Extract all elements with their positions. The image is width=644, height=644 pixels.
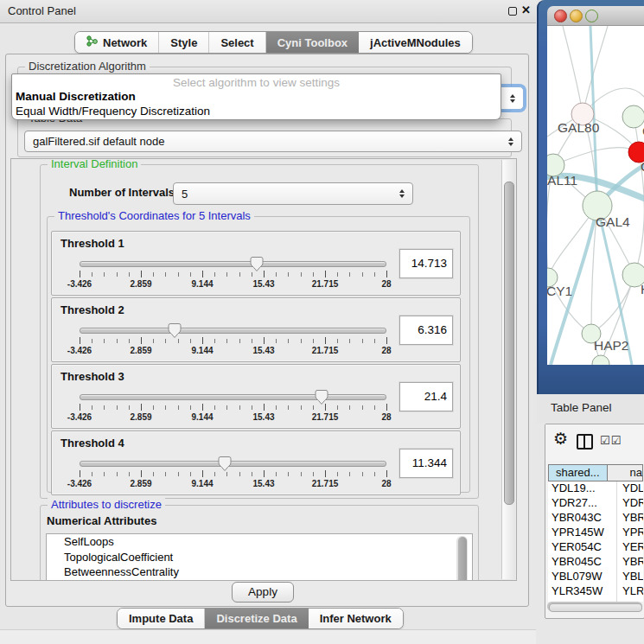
network-node-GA[interactable] xyxy=(622,105,644,128)
gear-icon[interactable]: ⚙ xyxy=(553,430,568,447)
network-node-partial[interactable] xyxy=(592,355,609,365)
table-row[interactable]: YLR345W YLR3 xyxy=(548,584,643,599)
tick-label: 9.144 xyxy=(191,346,213,355)
node-label-GCY1: GCY1 xyxy=(547,284,572,298)
scrollbar-thumb[interactable] xyxy=(549,603,642,612)
table-horizontal-scrollbar[interactable] xyxy=(547,602,642,611)
settings-scroll-area: Interval Definition Number of Intervals … xyxy=(10,158,517,581)
cell-name: YER0 xyxy=(617,540,643,555)
settings-vertical-scrollbar[interactable] xyxy=(501,160,515,579)
table-row[interactable]: YER054C YER0 xyxy=(548,540,643,555)
close-icon[interactable]: ✕ xyxy=(521,3,531,16)
tab-impute-data[interactable]: Impute Data xyxy=(118,609,205,628)
cell-shared-name: YDR27... xyxy=(548,496,617,511)
tick-label: 28 xyxy=(381,346,391,355)
tick-label: 28 xyxy=(381,479,391,488)
control-panel-titlebar: Control Panel ✕ xyxy=(0,0,536,23)
slider-track[interactable] xyxy=(80,461,386,467)
popup-item-manual-discretization[interactable]: Manual Discretization xyxy=(16,90,136,103)
popup-item-equal-width-frequency[interactable]: Equal Width/Frequency Discretization xyxy=(16,105,210,118)
attributes-title: Attributes to discretize xyxy=(48,498,165,511)
tab-discretize-data[interactable]: Discretize Data xyxy=(205,609,308,628)
network-canvas[interactable]: GAL80GACGAL11GAL4GCY1HHAP2 xyxy=(547,26,644,365)
tab-jactivemnodules[interactable]: jActiveMNodules xyxy=(359,32,472,53)
attribute-list-item[interactable]: BetweennessCentrality xyxy=(47,564,472,580)
slider-track[interactable] xyxy=(80,328,386,334)
node-label-GAL11: GAL11 xyxy=(547,173,577,188)
column-header-name[interactable]: na xyxy=(608,464,643,481)
threshold-label: Threshold 2 xyxy=(61,303,124,316)
cell-shared-name: YLR345W xyxy=(548,584,617,599)
table-row[interactable]: YDL19... YDL1 xyxy=(548,481,643,496)
node-table[interactable]: shared... na YDL19... YDL1 YDR27... YDR2… xyxy=(548,464,643,602)
tab-cyni-toolbox[interactable]: Cyni Toolbox xyxy=(266,32,359,53)
tick-label: -3.426 xyxy=(67,479,92,488)
slider-track[interactable] xyxy=(80,261,386,267)
table-data-combobox[interactable]: galFiltered.sif default node xyxy=(24,131,522,152)
close-traffic-light-icon[interactable] xyxy=(554,10,567,22)
cell-shared-name: YDL19... xyxy=(548,481,617,496)
network-window-titlebar[interactable] xyxy=(547,6,644,26)
threshold-slider[interactable]: -3.4262.8599.14415.4321.71528 xyxy=(80,328,386,357)
threshold-value-field[interactable]: 6.316 xyxy=(399,316,453,345)
network-window-frame: GAL80GACGAL11GAL4GCY1HHAP2 xyxy=(537,0,644,394)
attribute-list-item[interactable]: TopologicalCoefficient xyxy=(47,550,472,565)
threshold-slider[interactable]: -3.4262.8599.14415.4321.71528 xyxy=(80,394,386,424)
tab-network[interactable]: Network xyxy=(75,32,159,53)
checkbox-icons[interactable]: ☑☑ xyxy=(600,434,622,447)
attributes-scrollbar[interactable] xyxy=(456,536,468,581)
interval-definition-title: Interval Definition xyxy=(48,158,141,170)
tab-infer-network[interactable]: Infer Network xyxy=(309,609,403,628)
cell-name: YDR2 xyxy=(617,496,643,511)
attribute-list-item[interactable]: SelfLoops xyxy=(47,534,472,550)
threshold-slider[interactable]: -3.4262.8599.14415.4321.71528 xyxy=(80,461,386,490)
slider-track[interactable] xyxy=(80,394,386,400)
table-row[interactable]: YPR145W YPR1 xyxy=(548,526,643,540)
network-edge[interactable] xyxy=(583,26,608,114)
table-row[interactable]: YDR27... YDR2 xyxy=(548,496,643,511)
tick-label: 21.715 xyxy=(312,346,339,355)
threshold-label: Threshold 3 xyxy=(61,370,124,383)
bottom-tab-bar: Impute Data Discretize Data Infer Networ… xyxy=(117,608,404,629)
minimize-traffic-light-icon[interactable] xyxy=(570,10,583,22)
combo-arrows-icon xyxy=(399,189,405,198)
table-panel: ⚙ ☑☑ shared... na YDL19... YDL1 YDR27...… xyxy=(545,424,644,619)
number-of-intervals-combobox[interactable]: 5 xyxy=(173,182,413,205)
tick-label: 21.715 xyxy=(312,279,339,289)
threshold-value-field[interactable]: 14.713 xyxy=(399,249,453,278)
cell-shared-name: YER054C xyxy=(548,540,617,555)
zoom-traffic-light-icon[interactable] xyxy=(585,10,598,22)
columns-icon[interactable] xyxy=(577,434,593,450)
tab-select[interactable]: Select xyxy=(209,32,265,53)
table-header-row: shared... na xyxy=(548,464,643,481)
apply-button[interactable]: Apply xyxy=(232,582,294,603)
cyni-toolbox-panel: Discretization Algorithm Select algorith… xyxy=(5,54,529,607)
table-row[interactable]: YBR045C YBR0 xyxy=(548,555,643,570)
attributes-group: Attributes to discretize Numerical Attri… xyxy=(40,505,479,581)
threshold-value-field[interactable]: 11.344 xyxy=(399,449,453,478)
table-row[interactable]: YBL079W YBL0 xyxy=(548,570,643,584)
float-window-icon[interactable] xyxy=(508,7,517,16)
scrollbar-thumb[interactable] xyxy=(504,182,514,505)
slider-ticks xyxy=(80,404,386,411)
threshold-panel-4: Threshold 4 -3.4262.8599.14415.4321.7152… xyxy=(51,430,461,495)
table-row[interactable]: YBR043C YBR0 xyxy=(548,511,643,526)
column-header-shared[interactable]: shared... xyxy=(548,464,608,481)
network-edge[interactable] xyxy=(563,26,583,114)
threshold-list: Threshold 1 -3.4262.8599.14415.4321.7152… xyxy=(51,231,461,497)
tab-network-label: Network xyxy=(103,36,147,49)
cell-name: YPR1 xyxy=(617,526,643,540)
threshold-value-field[interactable]: 21.4 xyxy=(399,382,453,411)
tab-style[interactable]: Style xyxy=(159,32,209,53)
tab-cyni-toolbox-label: Cyni Toolbox xyxy=(277,36,348,49)
tab-style-label: Style xyxy=(170,36,197,49)
tab-infer-network-label: Infer Network xyxy=(320,612,392,625)
network-svg: GAL80GACGAL11GAL4GCY1HHAP2 xyxy=(547,26,644,365)
cell-shared-name: YBL079W xyxy=(548,570,617,584)
threshold-panel-1: Threshold 1 -3.4262.8599.14415.4321.7152… xyxy=(51,231,461,296)
number-of-intervals-label: Number of Intervals xyxy=(69,186,175,199)
numerical-attributes-list[interactable]: SelfLoopsTopologicalCoefficientBetweenne… xyxy=(46,533,473,581)
threshold-panel-2: Threshold 2 -3.4262.8599.14415.4321.7152… xyxy=(51,297,461,362)
threshold-slider[interactable]: -3.4262.8599.14415.4321.71528 xyxy=(80,261,386,290)
tick-label: 15.43 xyxy=(252,279,274,289)
